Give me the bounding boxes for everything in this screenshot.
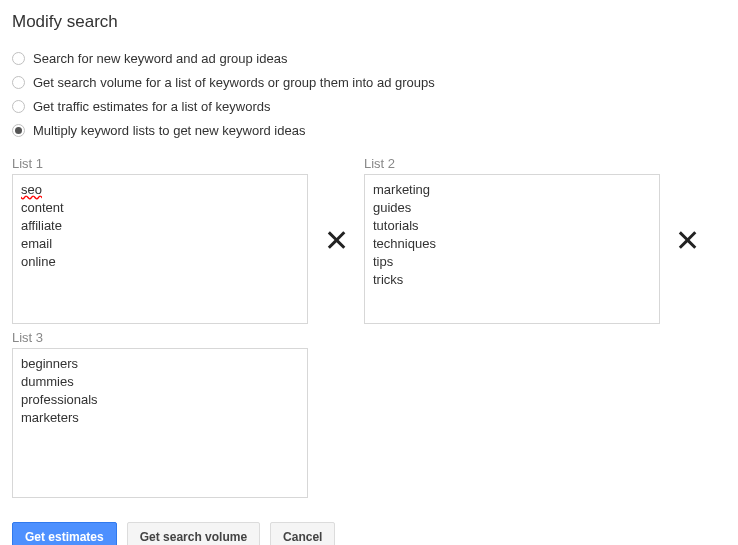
radio-label: Multiply keyword lists to get new keywor… xyxy=(33,123,305,138)
keyword-lists-area: List 1 seo content affiliate email onlin… xyxy=(12,156,726,504)
radio-label: Get search volume for a list of keywords… xyxy=(33,75,435,90)
multiply-icon: ✕ xyxy=(660,156,700,324)
radio-option-search-volume[interactable]: Get search volume for a list of keywords… xyxy=(12,72,726,92)
radio-option-new-keyword[interactable]: Search for new keyword and ad group idea… xyxy=(12,48,726,68)
radio-icon xyxy=(12,52,25,65)
radio-option-multiply-lists[interactable]: Multiply keyword lists to get new keywor… xyxy=(12,120,726,140)
radio-icon xyxy=(12,100,25,113)
cancel-button[interactable]: Cancel xyxy=(270,522,335,545)
list-1-input[interactable]: seo content affiliate email online xyxy=(12,174,308,324)
list-2-input[interactable]: marketing guides tutorials techniques ti… xyxy=(364,174,660,324)
multiply-icon: ✕ xyxy=(308,156,364,324)
list-2-block: List 2 marketing guides tutorials techni… xyxy=(364,156,660,324)
get-estimates-button[interactable]: Get estimates xyxy=(12,522,117,545)
radio-icon xyxy=(12,76,25,89)
list-3-block: List 3 beginners dummies professionals m… xyxy=(12,330,308,498)
radio-icon xyxy=(12,124,25,137)
get-search-volume-button[interactable]: Get search volume xyxy=(127,522,260,545)
list-3-input[interactable]: beginners dummies professionals marketer… xyxy=(12,348,308,498)
list-3-label: List 3 xyxy=(12,330,308,345)
search-type-radio-group: Search for new keyword and ad group idea… xyxy=(12,48,726,140)
list-1-block: List 1 seo content affiliate email onlin… xyxy=(12,156,308,324)
page-title: Modify search xyxy=(12,12,726,32)
list-2-label: List 2 xyxy=(364,156,660,171)
action-buttons: Get estimates Get search volume Cancel xyxy=(12,522,726,545)
radio-option-traffic-estimates[interactable]: Get traffic estimates for a list of keyw… xyxy=(12,96,726,116)
radio-label: Search for new keyword and ad group idea… xyxy=(33,51,287,66)
radio-label: Get traffic estimates for a list of keyw… xyxy=(33,99,270,114)
list-1-label: List 1 xyxy=(12,156,308,171)
